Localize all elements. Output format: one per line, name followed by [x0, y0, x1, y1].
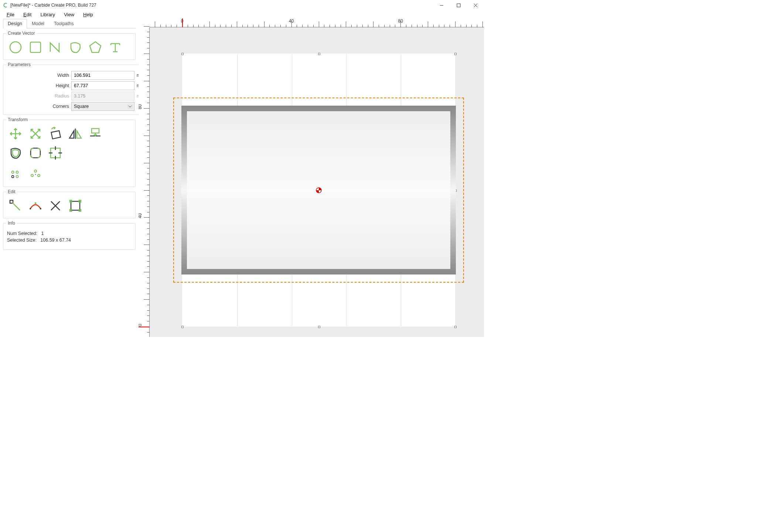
- tab-design[interactable]: Design: [3, 19, 27, 28]
- radius-label: Radius: [6, 93, 69, 99]
- panel-create-vector: Create Vector: [3, 31, 136, 60]
- transform-array-linear[interactable]: [6, 166, 25, 183]
- panel-parameters-title: Parameters: [6, 62, 32, 67]
- tool-circle[interactable]: [6, 39, 25, 56]
- svg-point-35: [40, 208, 41, 209]
- menu-library[interactable]: Library: [36, 11, 59, 18]
- maximize-button[interactable]: [450, 0, 467, 10]
- height-input[interactable]: [71, 81, 134, 90]
- num-selected-value: 1: [41, 231, 44, 236]
- tab-model[interactable]: Model: [27, 19, 49, 28]
- minimize-button[interactable]: [433, 0, 450, 10]
- stock-handle[interactable]: [181, 53, 184, 55]
- transform-dogbone[interactable]: [46, 144, 65, 161]
- panel-edit-title: Edit: [6, 189, 17, 194]
- num-selected-label: Num Selected:: [7, 231, 37, 236]
- tool-text[interactable]: [106, 39, 124, 56]
- width-label: Width: [6, 73, 69, 78]
- svg-point-30: [38, 174, 40, 177]
- selected-size-value: 106.59 x 67.74: [40, 238, 71, 243]
- ruler-label: 80: [139, 102, 143, 111]
- ruler-vertical[interactable]: 04080: [139, 27, 150, 337]
- stock-handle[interactable]: [181, 326, 184, 328]
- stock-handle[interactable]: [318, 326, 320, 328]
- panel-edit: Edit: [3, 189, 136, 218]
- chevron-down-icon: [128, 105, 132, 108]
- transform-scale[interactable]: [26, 125, 45, 142]
- stock-handle[interactable]: [318, 53, 320, 55]
- close-button[interactable]: [467, 0, 484, 10]
- viewport[interactable]: [150, 27, 484, 337]
- svg-point-34: [30, 208, 31, 209]
- svg-marker-13: [69, 131, 74, 138]
- edit-boolean[interactable]: [66, 197, 85, 214]
- menubar: File Edit Library View Help: [0, 10, 484, 18]
- svg-point-31: [35, 174, 36, 175]
- ruler-horizontal[interactable]: 04080: [150, 18, 484, 27]
- svg-rect-1: [457, 4, 460, 7]
- ruler-label: 40: [139, 211, 143, 220]
- corners-value: Square: [74, 104, 89, 109]
- panel-info: Info Num Selected: 1 Selected Size: 106.…: [3, 221, 136, 250]
- transform-offset[interactable]: [6, 144, 25, 161]
- svg-rect-39: [71, 201, 80, 210]
- ruler-label: 80: [398, 18, 403, 24]
- panel-parameters: Parameters Width mm Height mm Radius mm: [3, 62, 150, 115]
- corners-label: Corners: [6, 104, 69, 109]
- width-input[interactable]: [71, 71, 134, 80]
- svg-rect-5: [30, 42, 41, 52]
- radius-input: [71, 92, 134, 100]
- svg-line-33: [13, 203, 20, 210]
- transform-move[interactable]: [6, 125, 25, 142]
- svg-rect-18: [31, 148, 40, 158]
- center-mark-icon: [316, 187, 322, 193]
- svg-marker-6: [90, 42, 101, 52]
- tool-polyline[interactable]: [46, 39, 65, 56]
- panel-transform-title: Transform: [6, 117, 29, 122]
- tool-rectangle[interactable]: [26, 39, 45, 56]
- canvas-area[interactable]: 04080 04080: [139, 18, 484, 337]
- panel-info-title: Info: [6, 221, 17, 226]
- ruler-label: 0: [139, 321, 143, 330]
- svg-rect-32: [10, 200, 13, 203]
- transform-fillet[interactable]: [26, 144, 45, 161]
- transform-align[interactable]: [86, 125, 105, 142]
- tool-polygon[interactable]: [86, 39, 105, 56]
- svg-rect-15: [92, 129, 99, 133]
- window-title: [NewFile]* - Carbide Create PRO, Build 7…: [10, 3, 96, 8]
- ruler-origin-mark-h: [182, 18, 183, 27]
- menu-edit[interactable]: Edit: [19, 11, 36, 18]
- transform-rotate[interactable]: [46, 125, 65, 142]
- menu-file[interactable]: File: [2, 11, 19, 18]
- transform-mirror[interactable]: [66, 125, 85, 142]
- menu-view[interactable]: View: [59, 11, 79, 18]
- svg-point-25: [16, 171, 18, 173]
- svg-rect-11: [51, 131, 61, 139]
- edit-cut[interactable]: [46, 197, 65, 214]
- ruler-origin-mark-v: [139, 327, 150, 327]
- corners-select[interactable]: Square: [71, 102, 134, 111]
- sidebar: Design Model Toolpaths Create Vector: [0, 18, 139, 337]
- svg-marker-14: [77, 131, 81, 138]
- ruler-label: 40: [289, 18, 294, 24]
- svg-point-36: [35, 202, 37, 204]
- svg-point-26: [12, 175, 14, 178]
- edit-trim[interactable]: [26, 197, 45, 214]
- svg-point-28: [34, 170, 37, 172]
- svg-point-29: [31, 174, 33, 177]
- svg-point-24: [12, 171, 14, 173]
- tab-toolpaths[interactable]: Toolpaths: [49, 19, 79, 28]
- menu-help[interactable]: Help: [79, 11, 98, 18]
- transform-array-circular[interactable]: [26, 166, 45, 183]
- panel-create-vector-title: Create Vector: [6, 31, 36, 36]
- height-label: Height: [6, 83, 69, 88]
- svg-point-4: [10, 42, 21, 53]
- titlebar: [NewFile]* - Carbide Create PRO, Build 7…: [0, 0, 484, 10]
- selected-size-label: Selected Size:: [7, 238, 37, 243]
- svg-point-27: [16, 175, 18, 178]
- app-icon: [3, 3, 8, 8]
- edit-node[interactable]: [6, 197, 25, 214]
- tool-curve[interactable]: [66, 39, 85, 56]
- stock-handle[interactable]: [454, 53, 457, 55]
- stock-handle[interactable]: [454, 326, 457, 328]
